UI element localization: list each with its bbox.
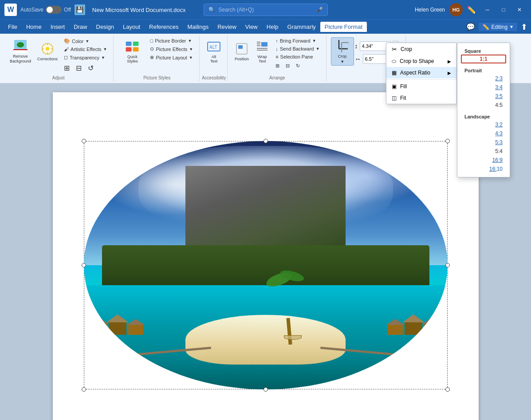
handle-mid-right[interactable] <box>445 263 450 267</box>
editing-button[interactable]: ✏️ Editing ▼ <box>479 23 517 31</box>
menu-picture-format[interactable]: Picture Format <box>320 22 367 32</box>
wrap-text-button[interactable]: WrapText <box>252 37 272 66</box>
picture-border-button[interactable]: □ Picture Border ▼ <box>147 37 196 44</box>
title-bar-right: Helen Green HG ✏️ ─ □ ✕ <box>328 3 527 16</box>
aspect-5-3[interactable]: 5:3 <box>457 138 510 147</box>
align-button[interactable]: ⊞ <box>273 62 282 70</box>
save-button[interactable]: 💾 <box>75 4 85 15</box>
color-label: Color <box>72 39 83 44</box>
position-button[interactable]: Position <box>232 37 252 66</box>
transparency-chevron: ▼ <box>101 55 105 60</box>
handle-mid-left[interactable] <box>82 263 86 267</box>
artistic-effects-button[interactable]: 🖌 Artistic Effects ▼ <box>61 46 110 53</box>
transparency-icon: ◻ <box>64 55 68 60</box>
handle-top-mid[interactable] <box>264 139 268 143</box>
menu-design[interactable]: Design <box>92 22 118 32</box>
aspect-3-4[interactable]: 3:4 <box>457 83 510 92</box>
picture-styles-col: □ Picture Border ▼ ⊙ Picture Effects ▼ ⊕… <box>147 37 196 61</box>
rotate-button[interactable]: ↻ <box>293 62 303 70</box>
aspect-4-5[interactable]: 4:5 <box>457 101 510 110</box>
aspect-ratio-arrow: ▶ <box>448 71 451 75</box>
aspect-3-2[interactable]: 3:2 <box>457 120 510 129</box>
aspect-5-4[interactable]: 5:4 <box>457 147 510 156</box>
color-icon: 🎨 <box>64 38 70 44</box>
editing-chevron: ▼ <box>509 24 514 29</box>
menu-help[interactable]: Help <box>262 22 283 32</box>
bring-forward-button[interactable]: ↑ Bring Forward ▼ <box>273 37 322 44</box>
menu-grammarly[interactable]: Grammarly <box>283 22 320 32</box>
aspect-1-1[interactable]: 1:1 <box>461 55 506 63</box>
handle-top-left[interactable] <box>82 139 86 143</box>
minimize-button[interactable]: ─ <box>480 4 495 16</box>
aspect-16-10[interactable]: 16:10 <box>457 165 510 173</box>
menu-review[interactable]: Review <box>213 22 241 32</box>
crop-menu-fill[interactable]: ▣ Fill <box>386 81 456 92</box>
menu-file[interactable]: File <box>4 22 22 32</box>
menu-view[interactable]: View <box>241 22 262 32</box>
wrap-text-icon <box>255 39 269 54</box>
crop-to-shape-arrow: ▶ <box>448 59 451 64</box>
height-icon: ↕ <box>355 43 358 50</box>
layout-chevron: ▼ <box>189 55 193 60</box>
hut5 <box>405 321 422 335</box>
aspect-1-1-label: 1:1 <box>480 56 487 62</box>
autosave-area: AutoSave Off <box>20 6 71 14</box>
crop-menu-crop[interactable]: ✂ Crop <box>386 43 456 55</box>
image-container[interactable] <box>84 141 448 389</box>
picture-layout-button[interactable]: ⊕ Picture Layout ▼ <box>147 54 196 61</box>
handle-bot-right[interactable] <box>445 387 450 392</box>
autosave-toggle[interactable] <box>46 6 62 14</box>
editing-label: Editing <box>491 24 507 30</box>
menu-home[interactable]: Home <box>22 22 46 32</box>
crop-menu-crop-label: Crop <box>401 46 412 52</box>
artistic-icon: 🖌 <box>64 47 69 52</box>
aspect-3-5[interactable]: 3:5 <box>457 92 510 101</box>
selection-pane-button[interactable]: ≡ Selection Pane <box>273 53 322 60</box>
hut3 <box>128 323 143 335</box>
accessibility-items: ALT AltText <box>204 37 224 72</box>
arrange-small-btns: ⊞ ⊟ ↻ <box>273 62 322 70</box>
hut2-roof <box>106 314 129 322</box>
menu-references[interactable]: References <box>145 22 183 32</box>
comments-icon[interactable]: 💬 <box>466 23 475 31</box>
handle-bot-mid[interactable] <box>264 387 268 392</box>
reset-picture-button[interactable]: ↺ <box>85 63 96 73</box>
alt-text-button[interactable]: ALT AltText <box>204 37 224 66</box>
crop-menu-divider <box>386 79 456 80</box>
handle-top-right[interactable] <box>445 139 450 143</box>
aspect-2-3[interactable]: 2:3 <box>457 74 510 83</box>
svg-rect-2 <box>13 50 28 53</box>
svg-rect-12 <box>126 47 132 52</box>
group-button[interactable]: ⊟ <box>283 62 292 70</box>
picture-effects-button[interactable]: ⊙ Picture Effects ▼ <box>147 45 196 53</box>
transparency-button[interactable]: ◻ Transparency ▼ <box>61 54 110 61</box>
width-icon: ↔ <box>355 55 361 63</box>
quick-styles-button[interactable]: QuickStyles <box>118 37 146 66</box>
svg-point-1 <box>17 42 24 47</box>
crop-button[interactable]: Crop ▼ <box>331 37 354 66</box>
close-button[interactable]: ✕ <box>512 4 527 16</box>
menu-layout[interactable]: Layout <box>118 22 145 32</box>
send-backward-button[interactable]: ↓ Send Backward ▼ <box>273 45 322 52</box>
compress-button[interactable]: ⊞ <box>61 63 72 73</box>
crop-menu-crop-to-shape[interactable]: ⬭ Crop to Shape ▶ <box>386 55 456 67</box>
aspect-16-9[interactable]: 16:9 <box>457 156 510 165</box>
mic-icon[interactable]: 🎤 <box>316 7 323 13</box>
menu-draw[interactable]: Draw <box>69 22 91 32</box>
crop-menu-fit[interactable]: ◫ Fit <box>386 92 456 104</box>
user-avatar[interactable]: HG <box>449 3 463 16</box>
menu-mailings[interactable]: Mailings <box>183 22 213 32</box>
aspect-4-3[interactable]: 4:3 <box>457 129 510 138</box>
layout-icon: ⊕ <box>150 55 154 60</box>
change-picture-button[interactable]: ⊟ <box>73 63 84 73</box>
color-button[interactable]: 🎨 Color ▼ <box>61 37 110 45</box>
menu-insert[interactable]: Insert <box>46 22 70 32</box>
maximize-button[interactable]: □ <box>496 4 511 16</box>
handle-bot-left[interactable] <box>82 387 86 392</box>
crop-menu-aspect-ratio[interactable]: ▦ Aspect Ratio ▶ <box>386 67 456 79</box>
search-box[interactable]: 🔍 Search (Alt+Q) 🎤 <box>204 4 328 16</box>
remove-background-button[interactable]: RemoveBackground <box>7 37 34 66</box>
corrections-button[interactable]: Corrections <box>35 37 60 66</box>
share-icon[interactable]: ⬆ <box>521 22 527 32</box>
artistic-chevron: ▼ <box>103 47 107 51</box>
